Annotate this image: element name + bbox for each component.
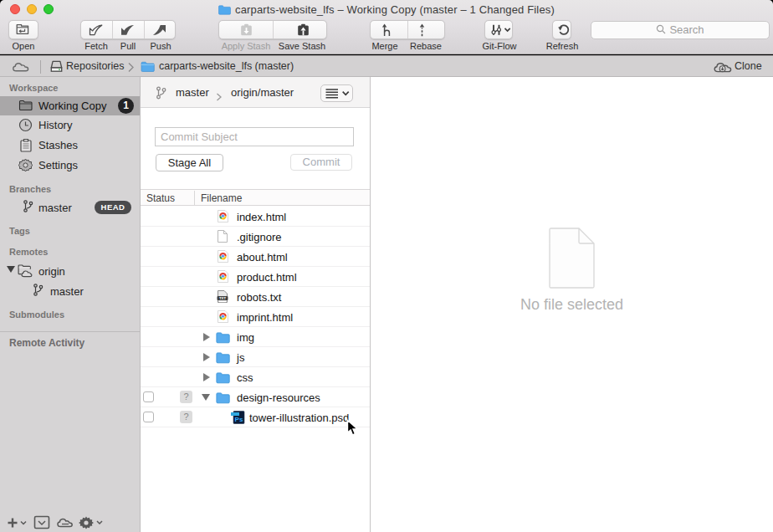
svg-text:TXT: TXT bbox=[219, 296, 226, 300]
svg-text:Ps: Ps bbox=[235, 416, 243, 423]
